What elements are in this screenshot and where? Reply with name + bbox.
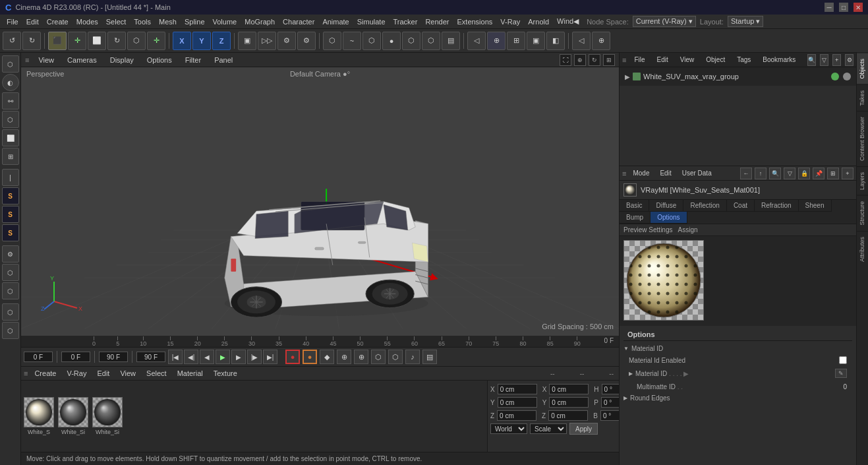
sidebar-btn-5[interactable]: ⬜ [2, 129, 19, 146]
menu-file[interactable]: File [3, 16, 22, 27]
view-tool-2[interactable]: ⊕ [487, 32, 506, 50]
undo-button[interactable]: ↺ [3, 32, 21, 50]
snap-tool[interactable]: ⊕ [592, 32, 610, 50]
timeline-button[interactable]: ▤ [422, 350, 437, 364]
brush-tool[interactable]: ~ [343, 32, 361, 50]
right-tab-takes[interactable]: Takes [857, 84, 868, 111]
audio-button[interactable]: ♪ [405, 350, 420, 364]
rotate-button[interactable]: ↻ [107, 32, 126, 50]
attr-pin-btn[interactable]: 📌 [813, 168, 825, 179]
menu-spline[interactable]: Spline [181, 16, 209, 27]
pose-button[interactable]: ⬡ [371, 350, 386, 364]
viewport-menu-options[interactable]: Options [143, 55, 176, 65]
mat-tab-options[interactable]: Options [651, 212, 687, 224]
goto-end-button[interactable]: ▶| [263, 350, 277, 364]
mat-tab-diffuse[interactable]: Diffuse [649, 200, 683, 212]
material-item-2[interactable]: White_Si [58, 397, 88, 435]
apply-button[interactable]: Apply [569, 423, 598, 435]
deform-tool[interactable]: ⬡ [422, 32, 440, 50]
preview-settings-btn[interactable]: Preview Settings [623, 226, 672, 233]
next-key-button[interactable]: |▶ [247, 350, 262, 364]
start-frame-input[interactable] [24, 352, 53, 362]
mat-menu-create[interactable]: Create [30, 368, 60, 379]
mat-menu-edit[interactable]: Edit [93, 368, 113, 379]
view-tool-1[interactable]: ◁ [467, 32, 486, 50]
right-menu-edit[interactable]: Edit [653, 55, 672, 65]
attr-menu-edit[interactable]: Edit [656, 168, 675, 178]
assign-btn[interactable]: Assign [678, 226, 697, 233]
mat-menu-vray[interactable]: V-Ray [63, 368, 90, 379]
menu-animate[interactable]: Animate [318, 16, 353, 27]
sidebar-btn-2[interactable]: ◐ [2, 74, 19, 91]
right-panel-filter-btn[interactable]: ▽ [820, 54, 828, 66]
minimize-button[interactable]: ─ [825, 3, 834, 12]
right-menu-file[interactable]: File [630, 55, 649, 65]
lod-tool[interactable]: ◧ [546, 32, 565, 50]
sidebar-btn-14[interactable]: ⬡ [2, 303, 19, 321]
coord-y-input[interactable] [498, 397, 537, 408]
camera-tool[interactable]: ▣ [527, 32, 545, 50]
menu-mesh[interactable]: Mesh [155, 16, 181, 27]
weight-tool[interactable]: ▤ [442, 32, 460, 50]
attr-filter-btn[interactable]: ▽ [784, 168, 796, 179]
material-id-enabled-checkbox[interactable] [839, 356, 847, 364]
viewport-menu-filter[interactable]: Filter [181, 55, 205, 65]
sidebar-btn-6[interactable]: ⊞ [2, 148, 19, 165]
menu-tools[interactable]: Tools [130, 16, 155, 27]
goto-start-button[interactable]: |◀ [168, 350, 183, 364]
end-frame-input[interactable] [99, 352, 128, 362]
right-tab-content[interactable]: Content Browser [857, 111, 868, 166]
prev-key-button[interactable]: ◀| [184, 350, 198, 364]
key-button[interactable]: ◆ [320, 350, 334, 364]
coord-z2-input[interactable] [548, 410, 588, 421]
viewport-expand-btn[interactable]: ⛶ [560, 54, 571, 66]
menu-character[interactable]: Character [279, 16, 318, 27]
axis-z-button[interactable]: Z [212, 32, 231, 50]
autokey-button[interactable]: ● [303, 350, 317, 364]
menu-arnold[interactable]: Arnold [524, 16, 553, 27]
coord-y2-input[interactable] [549, 397, 589, 408]
sidebar-btn-9[interactable]: S [2, 206, 19, 223]
polygon-tool[interactable]: ⬡ [323, 32, 341, 50]
attr-menu-userdata[interactable]: User Data [678, 168, 716, 178]
paint-tool[interactable]: ⬡ [362, 32, 381, 50]
mat-tab-sheen[interactable]: Sheen [799, 200, 832, 212]
round-edges-header[interactable]: ▶ Round Edges [623, 393, 852, 403]
add-button[interactable]: ✛ [147, 32, 165, 50]
right-menu-view[interactable]: View [676, 55, 699, 65]
viewport-sync-btn[interactable]: ⊕ [574, 54, 586, 66]
right-tab-structure[interactable]: Structure [857, 195, 868, 231]
sidebar-btn-7[interactable]: | [2, 169, 19, 186]
attr-expand-btn[interactable]: ⊞ [827, 168, 839, 179]
mat-tab-reflection[interactable]: Reflection [683, 200, 726, 212]
mat-menu-material[interactable]: Material [173, 368, 207, 379]
menu-nodespace-value[interactable]: Current (V-Ray) ▾ [633, 16, 696, 27]
knife-tool[interactable]: ◁ [572, 32, 591, 50]
menu-volume[interactable]: Volume [209, 16, 241, 27]
menu-create[interactable]: Create [43, 16, 72, 27]
viewport[interactable]: Perspective Default Camera ●° Grid Spaci… [21, 67, 619, 336]
select-button[interactable]: ⬡ [127, 32, 146, 50]
coord-mode-select[interactable]: Scale Move Rotate [530, 423, 567, 434]
menu-layout-value[interactable]: Startup ▾ [728, 16, 764, 27]
object-tool-2[interactable]: ▷▷ [258, 32, 276, 50]
morph-button[interactable]: ⬡ [388, 350, 403, 364]
right-menu-object[interactable]: Object [702, 55, 729, 65]
sidebar-btn-11[interactable]: ⚙ [2, 245, 19, 263]
menu-wind[interactable]: Wind◀ [553, 16, 583, 27]
sidebar-btn-1[interactable]: ⬡ [2, 55, 19, 73]
menu-render[interactable]: Render [421, 16, 453, 27]
attr-lock-btn[interactable]: 🔒 [798, 168, 810, 179]
coord-x2-input[interactable] [549, 384, 589, 394]
right-panel-settings-btn[interactable]: ⚙ [845, 54, 854, 66]
attr-back-btn[interactable]: ← [740, 168, 752, 179]
menu-modes[interactable]: Modes [72, 16, 102, 27]
material-id-header[interactable]: ▼ Material ID [623, 344, 852, 354]
right-menu-tags[interactable]: Tags [733, 55, 755, 65]
close-button[interactable]: ✕ [854, 3, 863, 12]
mat-menu-view[interactable]: View [116, 368, 140, 379]
sidebar-btn-15[interactable]: ⬡ [2, 322, 19, 339]
mat-tab-coat[interactable]: Coat [727, 200, 755, 212]
sidebar-btn-8[interactable]: S [2, 187, 19, 204]
viewport-menu-panel[interactable]: Panel [210, 55, 237, 65]
